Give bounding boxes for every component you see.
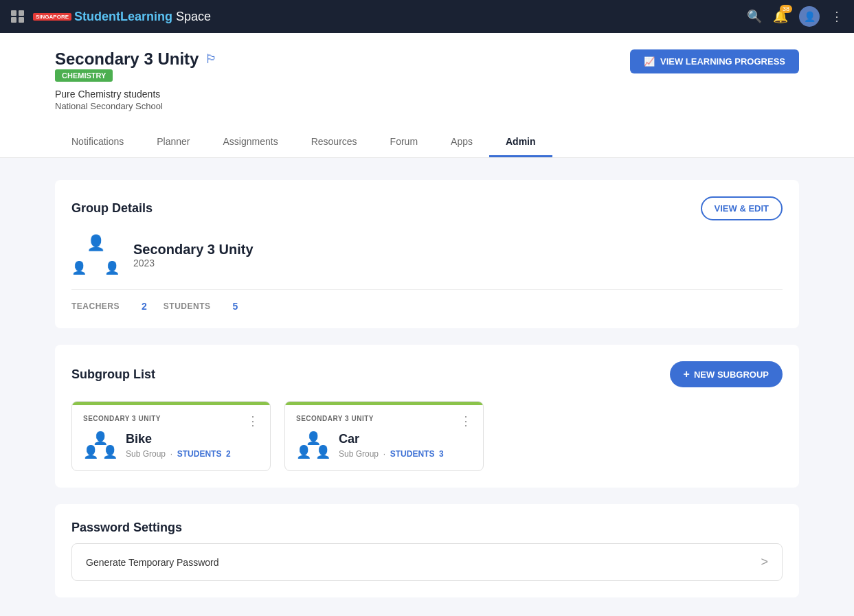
subgroup-dots-menu-car[interactable]: ⋮ <box>460 415 472 427</box>
subgroup-list-section: Subgroup List + NEW SUBGROUP SECONDARY 3… <box>55 345 799 488</box>
students-label: STUDENTS <box>164 301 211 311</box>
tab-notifications[interactable]: Notifications <box>55 128 140 157</box>
page-title-row: Secondary 3 Unity 🏳 <box>55 49 218 69</box>
new-subgroup-button[interactable]: + NEW SUBGROUP <box>670 361 783 387</box>
group-name-block: Secondary 3 Unity 2023 <box>133 242 254 269</box>
page-subtitle: Pure Chemistry students <box>55 89 218 100</box>
plus-icon: + <box>684 368 690 380</box>
group-name: Secondary 3 Unity <box>133 242 254 258</box>
group-details-title: Group Details <box>71 201 153 216</box>
sp-right-car: 👤 <box>315 444 330 459</box>
subgroup-people-icon-bike: 👤 👤 👤 <box>83 431 117 459</box>
password-settings-title: Password Settings <box>71 521 182 534</box>
subgroup-tag-car: SECONDARY 3 UNITY <box>296 415 444 422</box>
subgroup-card-header: SECONDARY 3 UNITY 👤 👤 👤 Bike <box>83 415 259 459</box>
tab-assignments[interactable]: Assignments <box>207 128 295 157</box>
group-details-card: Group Details VIEW & EDIT 👤 👤 👤 Secondar… <box>55 180 799 328</box>
nav-right: 🔍 🔔 38 👤 ⋮ <box>747 6 843 27</box>
subgroup-tag-bike: SECONDARY 3 UNITY <box>83 415 231 422</box>
tab-admin[interactable]: Admin <box>489 128 552 157</box>
group-info: 👤 👤 👤 Secondary 3 Unity 2023 <box>71 234 783 290</box>
subgroup-card-bike[interactable]: SECONDARY 3 UNITY 👤 👤 👤 Bike <box>71 401 271 471</box>
page-title: Secondary 3 Unity <box>55 49 199 69</box>
content-area: Group Details VIEW & EDIT 👤 👤 👤 Secondar… <box>0 158 854 616</box>
subgroup-card-car[interactable]: SECONDARY 3 UNITY 👤 👤 👤 Car <box>284 401 484 471</box>
subgroup-list-header: Subgroup List + NEW SUBGROUP <box>71 361 783 387</box>
tab-apps[interactable]: Apps <box>434 128 489 157</box>
subgroup-dots-menu-bike[interactable]: ⋮ <box>247 415 259 427</box>
sp-right-bike: 👤 <box>102 444 117 459</box>
subgroup-meta-label-car: STUDENTS <box>390 449 435 459</box>
subgroup-meta-label-bike: STUDENTS <box>177 449 222 459</box>
group-icon: 👤 👤 👤 <box>71 234 120 275</box>
teachers-count: 2 <box>142 301 147 312</box>
subgroup-card-body-car: SECONDARY 3 UNITY 👤 👤 👤 Car <box>285 405 483 470</box>
search-icon[interactable]: 🔍 <box>747 9 762 24</box>
header-left: Secondary 3 Unity 🏳 CHEMISTRY Pure Chemi… <box>55 49 218 122</box>
tab-forum[interactable]: Forum <box>374 128 434 157</box>
notification-badge: 38 <box>780 5 792 13</box>
group-center-person-icon: 👤 <box>87 234 105 252</box>
brand-text: StudentLearning Space <box>74 10 211 24</box>
subgroup-name-car: Car <box>339 432 444 446</box>
generate-password-label: Generate Temporary Password <box>86 557 219 568</box>
view-edit-button[interactable]: VIEW & EDIT <box>701 196 783 220</box>
page-school: National Secondary School <box>55 101 218 111</box>
subgroup-meta-count-car: 3 <box>439 449 444 459</box>
group-left-person-icon: 👤 <box>71 260 87 275</box>
group-year: 2023 <box>133 258 254 269</box>
subgroup-people-icon-car: 👤 👤 👤 <box>296 431 330 459</box>
sp-left-bike: 👤 <box>83 444 98 459</box>
more-options-icon[interactable]: ⋮ <box>831 9 843 24</box>
chevron-right-icon: > <box>761 555 768 569</box>
subgroup-name-row-bike: 👤 👤 👤 Bike Sub Group · STUDE <box>83 431 231 459</box>
subgroup-cards: SECONDARY 3 UNITY 👤 👤 👤 Bike <box>71 401 783 471</box>
brand-sg-label: SINGAPORE <box>33 13 71 21</box>
top-navigation: SINGAPORE StudentLearning Space 🔍 🔔 38 👤… <box>0 0 854 33</box>
header-top: Secondary 3 Unity 🏳 CHEMISTRY Pure Chemi… <box>55 49 799 122</box>
subgroup-meta-car: Sub Group · STUDENTS 3 <box>339 449 444 459</box>
new-subgroup-label: NEW SUBGROUP <box>694 369 769 380</box>
teachers-label: TEACHERS <box>71 301 120 311</box>
avatar[interactable]: 👤 <box>799 6 820 27</box>
subgroup-meta-prefix-bike: Sub Group <box>126 449 166 459</box>
view-progress-button[interactable]: 📈 VIEW LEARNING PROGRESS <box>630 49 799 73</box>
brand-logo: SINGAPORE StudentLearning Space <box>33 10 211 24</box>
generate-password-row[interactable]: Generate Temporary Password > <box>71 543 783 581</box>
subgroup-list-title: Subgroup List <box>71 367 155 382</box>
subgroup-name-block-car: Car Sub Group · STUDENTS 3 <box>339 432 444 459</box>
grid-icon[interactable] <box>11 10 25 23</box>
group-details-header: Group Details VIEW & EDIT <box>71 196 783 220</box>
subgroup-meta-prefix-car: Sub Group <box>339 449 379 459</box>
sp-center-car: 👤 <box>306 431 321 446</box>
password-settings-section: Password Settings Generate Temporary Pas… <box>55 504 799 597</box>
sp-left-car: 👤 <box>296 444 311 459</box>
subgroup-meta-count-bike: 2 <box>226 449 231 459</box>
tab-resources[interactable]: Resources <box>295 128 374 157</box>
notifications-icon[interactable]: 🔔 38 <box>773 9 788 24</box>
view-progress-label: VIEW LEARNING PROGRESS <box>660 56 785 67</box>
students-count: 5 <box>232 301 238 312</box>
header-right: 📈 VIEW LEARNING PROGRESS <box>630 49 799 73</box>
subgroup-name-row-car: 👤 👤 👤 Car Sub Group · STUDEN <box>296 431 444 459</box>
page-header: Secondary 3 Unity 🏳 CHEMISTRY Pure Chemi… <box>0 33 854 158</box>
chart-icon: 📈 <box>644 56 655 67</box>
subgroup-card-body: SECONDARY 3 UNITY 👤 👤 👤 Bike <box>72 405 270 470</box>
group-right-person-icon: 👤 <box>104 260 120 275</box>
subgroup-meta-bike: Sub Group · STUDENTS 2 <box>126 449 231 459</box>
stats-row: TEACHERS 2 STUDENTS 5 <box>71 301 783 312</box>
subgroup-name-block-bike: Bike Sub Group · STUDENTS 2 <box>126 432 231 459</box>
bookmark-icon[interactable]: 🏳 <box>205 52 218 67</box>
chemistry-badge: CHEMISTRY <box>55 69 113 82</box>
tab-bar: Notifications Planner Assignments Resour… <box>55 128 799 157</box>
tab-planner[interactable]: Planner <box>140 128 206 157</box>
subgroup-card-header-car: SECONDARY 3 UNITY 👤 👤 👤 Car <box>296 415 472 459</box>
sp-center-bike: 👤 <box>93 431 108 446</box>
subgroup-name-bike: Bike <box>126 432 231 446</box>
nav-left: SINGAPORE StudentLearning Space <box>11 10 211 24</box>
